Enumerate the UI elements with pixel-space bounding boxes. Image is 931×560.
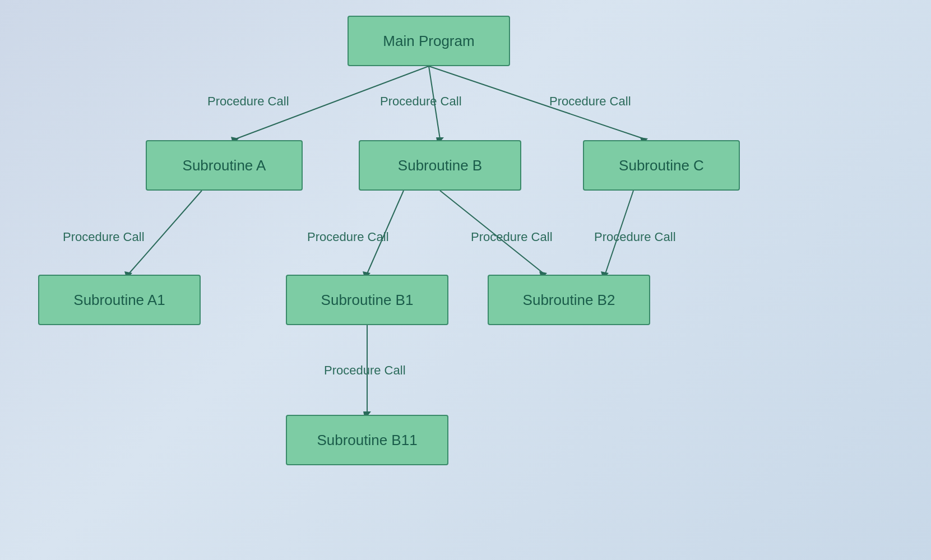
subroutine-a1-node: Subroutine A1 xyxy=(38,275,201,325)
subroutine-b11-node: Subroutine B11 xyxy=(286,415,448,465)
subroutine-b2-label: Subroutine B2 xyxy=(523,291,615,309)
label-b1-to-b11: Procedure Call xyxy=(324,363,406,378)
subroutine-b-label: Subroutine B xyxy=(398,157,482,174)
subroutine-a-node: Subroutine A xyxy=(146,140,303,191)
diagram: Main Program Subroutine A Subroutine B S… xyxy=(0,0,931,560)
label-a-to-a1: Procedure Call xyxy=(63,230,145,244)
main-program-node: Main Program xyxy=(348,16,510,66)
subroutine-b11-label: Subroutine B11 xyxy=(317,432,417,449)
subroutine-b1-node: Subroutine B1 xyxy=(286,275,448,325)
subroutine-a1-label: Subroutine A1 xyxy=(73,291,165,309)
label-main-to-a: Procedure Call xyxy=(207,94,289,109)
subroutine-a-label: Subroutine A xyxy=(183,157,266,174)
subroutine-b1-label: Subroutine B1 xyxy=(321,291,414,309)
subroutine-b2-node: Subroutine B2 xyxy=(488,275,650,325)
main-program-label: Main Program xyxy=(383,33,474,50)
label-main-to-c: Procedure Call xyxy=(549,94,631,109)
subroutine-c-node: Subroutine C xyxy=(583,140,740,191)
subroutine-b-node: Subroutine B xyxy=(359,140,521,191)
label-c-to-b2: Procedure Call xyxy=(594,230,676,244)
label-b-to-b2: Procedure Call xyxy=(471,230,553,244)
label-b-to-b1: Procedure Call xyxy=(307,230,389,244)
label-main-to-b: Procedure Call xyxy=(380,94,462,109)
subroutine-c-label: Subroutine C xyxy=(619,157,704,174)
